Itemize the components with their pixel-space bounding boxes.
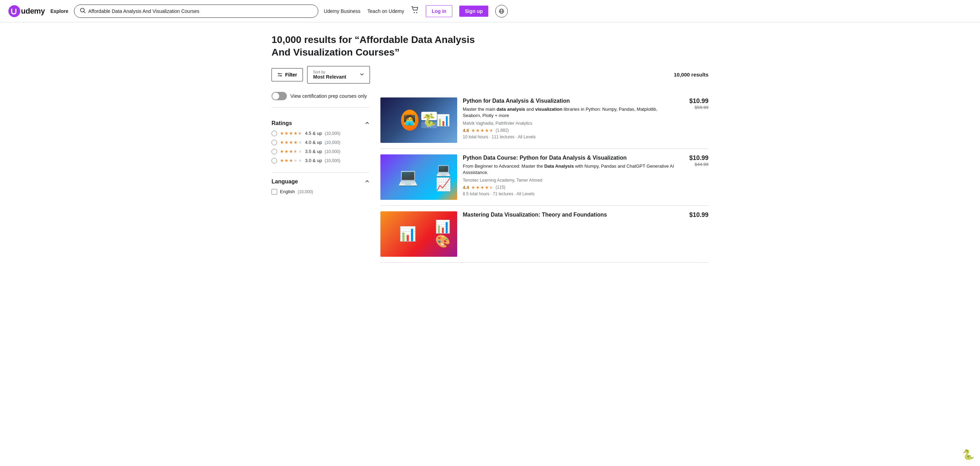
language-filter-section: Language English (10,000) — [272, 173, 369, 204]
course-title-2: Python Data Course: Python for Data Anal… — [463, 155, 675, 162]
course-stars-2: ★★★★★ — [471, 185, 493, 190]
logo-area: udemy Explore — [8, 5, 68, 17]
course-thumbnail-1: 🧑‍💻 ⬡ 🐍 📊 — [380, 97, 457, 143]
rating-count-3-5: (10,000) — [325, 149, 340, 154]
teach-on-udemy-link[interactable]: Teach on Udemy — [368, 8, 404, 14]
results-count: 10,000 results — [674, 72, 708, 78]
cert-toggle-label: View certification prep courses only — [290, 93, 367, 99]
svg-point-9 — [278, 73, 280, 74]
language-section-header[interactable]: Language — [272, 179, 369, 185]
course-info-1: Python for Data Analysis & Visualization… — [463, 97, 675, 139]
rating-text-3-0: 3.0 & up — [305, 158, 322, 163]
search-bar[interactable] — [74, 5, 318, 18]
svg-point-2 — [414, 12, 415, 13]
rating-option-3-0[interactable]: ★★★★★ 3.0 & up (10,000) — [272, 158, 369, 163]
rating-option-4-0[interactable]: ★★★★★ 4.0 & up (10,000) — [272, 140, 369, 145]
course-title-1: Python for Data Analysis & Visualization — [463, 97, 675, 105]
svg-point-10 — [281, 75, 282, 76]
nav-links: Udemy Business Teach on Udemy Log in Sig… — [324, 5, 508, 18]
ratings-section-header[interactable]: Ratings — [272, 120, 369, 126]
course-card-2[interactable]: 💻 🐍 Python Data Course: Python for Data … — [380, 149, 708, 206]
course-rating-num-1: 4.6 — [463, 128, 469, 133]
course-title-3: Mastering Data Visualization: Theory and… — [463, 211, 675, 219]
svg-line-1 — [84, 11, 85, 13]
language-title: Language — [272, 179, 298, 185]
rating-text-4-5: 4.5 & up — [305, 131, 322, 136]
course-rating-num-2: 4.4 — [463, 185, 469, 190]
course-meta-1: 10 total hours · 111 lectures · All Leve… — [463, 134, 675, 139]
logo-text: udemy — [21, 6, 45, 16]
cert-toggle-row: View certification prep courses only — [272, 92, 369, 108]
course-card-3[interactable]: 📊 Mastering Data Visualization: Theory a… — [380, 206, 708, 263]
checkbox-english — [272, 189, 277, 195]
course-meta-2: 8.5 total hours · 71 lectures · All Leve… — [463, 192, 675, 196]
course-stars-1: ★★★★★ — [471, 128, 493, 133]
course-desc-2: From Beginner to Advanced: Master the Da… — [463, 163, 675, 176]
course-reviews-2: (115) — [496, 185, 505, 190]
cert-prep-toggle[interactable] — [272, 92, 287, 100]
course-price-area-2: $10.99 $44.99 — [681, 155, 708, 167]
udemy-logo[interactable]: udemy — [8, 5, 45, 17]
filter-label: Filter — [285, 72, 297, 78]
sort-value: Most Relevant — [313, 74, 346, 80]
search-input[interactable] — [88, 8, 312, 14]
stars-4-0: ★★★★★ — [280, 140, 302, 145]
cart-icon[interactable] — [411, 6, 419, 16]
course-price-3: $10.99 — [681, 211, 708, 219]
language-selector-button[interactable] — [495, 5, 508, 18]
radio-4-0 — [272, 140, 277, 145]
course-instructor-2: Temotec Learning Academy, Tamer Ahmed — [463, 178, 675, 183]
results-title: 10,000 results for “Affordable Data Anal… — [272, 34, 488, 59]
course-original-price-2: $44.99 — [681, 162, 708, 167]
stars-4-5: ★★★★★ — [280, 131, 302, 136]
language-option-english[interactable]: English (10,000) — [272, 189, 369, 195]
login-button[interactable]: Log in — [426, 5, 452, 17]
course-info-3: Mastering Data Visualization: Theory and… — [463, 211, 675, 220]
course-reviews-1: (1,882) — [496, 128, 509, 133]
ratings-chevron-icon — [365, 121, 369, 126]
language-label-english: English — [280, 189, 295, 194]
toolbar: Filter Sort by Most Relevant 10,000 resu… — [272, 66, 708, 83]
language-chevron-icon — [365, 179, 369, 184]
course-instructor-1: Malvik Vaghadia, Pathfinder Analytics — [463, 121, 675, 126]
course-desc-1: Master the main data analysis and visual… — [463, 106, 675, 119]
radio-3-5 — [272, 149, 277, 155]
course-price-2: $10.99 — [681, 155, 708, 162]
course-list: 🧑‍💻 ⬡ 🐍 📊 Python for Data Analysis & Vis… — [380, 92, 708, 263]
sort-dropdown[interactable]: Sort by Most Relevant — [307, 66, 370, 83]
rating-count-3-0: (10,000) — [325, 158, 340, 163]
rating-text-4-0: 4.0 & up — [305, 140, 322, 145]
main-content: View certification prep courses only Rat… — [263, 83, 717, 271]
udemy-business-link[interactable]: Udemy Business — [324, 8, 361, 14]
sort-by-label: Sort by — [313, 70, 346, 74]
course-price-1: $10.99 — [681, 97, 708, 105]
ratings-filter-section: Ratings ★★★★★ 4.5 & up (10,000) ★★★★★ — [272, 115, 369, 173]
course-rating-row-1: 4.6 ★★★★★ (1,882) — [463, 128, 675, 133]
explore-button[interactable]: Explore — [50, 8, 68, 14]
sort-dropdown-content: Sort by Most Relevant — [313, 70, 346, 80]
stars-3-5: ★★★★★ — [280, 149, 302, 154]
course-card-1[interactable]: 🧑‍💻 ⬡ 🐍 📊 Python for Data Analysis & Vis… — [380, 92, 708, 149]
rating-option-4-5[interactable]: ★★★★★ 4.5 & up (10,000) — [272, 131, 369, 136]
chevron-down-icon — [360, 72, 364, 78]
svg-point-3 — [416, 12, 417, 13]
radio-4-5 — [272, 131, 277, 136]
rating-option-3-5[interactable]: ★★★★★ 3.5 & up (10,000) — [272, 149, 369, 155]
filter-button[interactable]: Filter — [272, 68, 303, 81]
radio-3-0 — [272, 158, 277, 163]
rating-count-4-0: (10,000) — [325, 140, 340, 145]
rating-text-3-5: 3.5 & up — [305, 149, 322, 154]
sidebar: View certification prep courses only Rat… — [272, 92, 369, 263]
course-price-area-3: $10.99 — [681, 211, 708, 219]
language-count-english: (10,000) — [298, 189, 313, 194]
results-header: 10,000 results for “Affordable Data Anal… — [263, 22, 717, 83]
ratings-title: Ratings — [272, 120, 292, 126]
rating-count-4-5: (10,000) — [325, 131, 340, 136]
site-header: udemy Explore Udemy Business Teach on Ud… — [0, 0, 980, 22]
course-thumbnail-2: 💻 🐍 — [380, 155, 457, 200]
course-original-price-1: $59.99 — [681, 105, 708, 110]
course-info-2: Python Data Course: Python for Data Anal… — [463, 155, 675, 196]
stars-3-0: ★★★★★ — [280, 158, 302, 163]
signup-button[interactable]: Sign up — [459, 6, 488, 17]
toggle-knob — [272, 93, 279, 99]
